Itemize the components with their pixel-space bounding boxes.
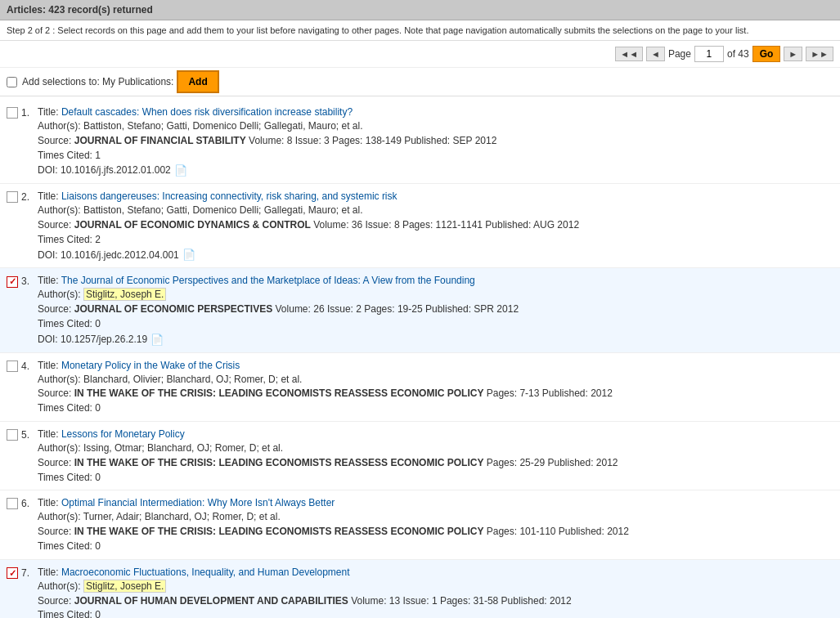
- select-page-checkbox[interactable]: [7, 77, 17, 87]
- record-number: 5.: [21, 429, 38, 441]
- record-doi-line: DOI: 10.1016/j.jedc.2012.04.001📄: [38, 249, 833, 263]
- record-checkbox[interactable]: [7, 107, 18, 119]
- record-checkbox[interactable]: [7, 498, 18, 509]
- record-doi-line: DOI: 10.1016/j.jfs.2012.01.002📄: [38, 163, 833, 178]
- record-title-link[interactable]: Liaisons dangereuses: Increasing connect…: [61, 190, 398, 202]
- record-title-line: Title: Optimal Financial Intermediation:…: [38, 497, 833, 508]
- record-number: 4.: [21, 360, 38, 372]
- record-checkbox[interactable]: ✓: [7, 276, 18, 288]
- prev-page-button[interactable]: ◄: [646, 47, 665, 61]
- record-source: Source: JOURNAL OF ECONOMIC DYNAMICS & C…: [38, 218, 833, 232]
- record-source: Source: JOURNAL OF HUMAN DEVELOPMENT AND…: [38, 594, 833, 608]
- header-title: Articles: 423 record(s) returned: [7, 4, 153, 16]
- record-title-line: Title: The Journal of Economic Perspecti…: [38, 275, 833, 286]
- add-button[interactable]: Add: [178, 72, 217, 92]
- fulltext-icon[interactable]: 📄: [174, 166, 186, 176]
- record-times-cited: Times Cited: 0: [38, 540, 833, 553]
- record-source: Source: JOURNAL OF ECONOMIC PERSPECTIVES…: [38, 302, 833, 316]
- record-title-link[interactable]: Macroeconomic Fluctuations, Inequality, …: [61, 566, 350, 578]
- record-times-cited: Times Cited: 0: [38, 317, 833, 331]
- records-list: 1.Title: Default cascades: When does ris…: [0, 96, 840, 618]
- header-bar: Articles: 423 record(s) returned: [0, 0, 840, 20]
- record-item: ✓7.Title: Macroeconomic Fluctuations, In…: [0, 560, 840, 618]
- step-info: Step 2 of 2 : Select records on this pag…: [0, 20, 840, 41]
- record-checkbox[interactable]: [7, 191, 18, 203]
- record-authors: Author(s): Blanchard, Olivier; Blanchard…: [38, 373, 833, 387]
- record-title-line: Title: Liaisons dangereuses: Increasing …: [38, 190, 833, 202]
- record-title-link[interactable]: Default cascades: When does risk diversi…: [61, 106, 353, 118]
- record-item: ✓3.Title: The Journal of Economic Perspe…: [0, 268, 840, 352]
- record-item: 6.Title: Optimal Financial Intermediatio…: [0, 490, 840, 559]
- fulltext-icon[interactable]: 📄: [150, 335, 162, 345]
- record-source: Source: JOURNAL OF FINANCIAL STABILITY V…: [38, 134, 833, 148]
- select-bar: Add selections to: My Publications: Add: [0, 68, 840, 96]
- page-label: Page: [668, 48, 691, 60]
- of-label: of 43: [727, 48, 749, 60]
- record-title-link[interactable]: The Journal of Economic Perspectives and…: [61, 275, 475, 286]
- add-selections-label: Add selections to: My Publications:: [22, 76, 173, 87]
- record-authors: Author(s): Stiglitz, Joseph E.: [38, 580, 833, 593]
- record-doi: DOI: 10.1016/j.jfs.2012.01.002: [38, 163, 171, 177]
- record-times-cited: Times Cited: 0: [38, 401, 833, 415]
- record-authors: Author(s): Battiston, Stefano; Gatti, Do…: [38, 204, 833, 217]
- record-doi-line: DOI: 10.1257/jep.26.2.19📄: [38, 333, 833, 347]
- record-title-line: Title: Lessons for Monetary Policy: [38, 428, 833, 440]
- record-times-cited: Times Cited: 0: [38, 608, 833, 618]
- last-page-button[interactable]: ►►: [806, 47, 833, 61]
- highlighted-author: Stiglitz, Joseph E.: [83, 288, 166, 301]
- record-title-line: Title: Default cascades: When does risk …: [38, 106, 833, 118]
- record-title-line: Title: Macroeconomic Fluctuations, Inequ…: [38, 566, 833, 578]
- go-button[interactable]: Go: [752, 46, 781, 62]
- record-source: Source: IN THE WAKE OF THE CRISIS: LEADI…: [38, 456, 833, 470]
- pagination-bar: ◄◄ ◄ Page of 43 Go ► ►►: [0, 41, 840, 68]
- record-doi: DOI: 10.1016/j.jedc.2012.04.001: [38, 249, 179, 262]
- record-times-cited: Times Cited: 2: [38, 233, 833, 247]
- highlighted-author: Stiglitz, Joseph E.: [83, 580, 166, 593]
- record-number: 7.: [21, 567, 38, 579]
- record-item: 5.Title: Lessons for Monetary PolicyAuth…: [0, 422, 840, 490]
- record-item: 1.Title: Default cascades: When does ris…: [0, 100, 840, 184]
- record-item: 4.Title: Monetary Policy in the Wake of …: [0, 353, 840, 422]
- record-source: Source: IN THE WAKE OF THE CRISIS: LEADI…: [38, 525, 833, 539]
- record-authors: Author(s): Turner, Adair; Blanchard, OJ;…: [38, 510, 833, 524]
- record-number: 2.: [21, 191, 38, 203]
- record-checkbox[interactable]: [7, 360, 18, 372]
- fulltext-icon[interactable]: 📄: [182, 250, 194, 260]
- record-times-cited: Times Cited: 0: [38, 471, 833, 485]
- record-number: 3.: [21, 275, 38, 287]
- first-page-button[interactable]: ◄◄: [615, 47, 643, 61]
- record-authors: Author(s): Stiglitz, Joseph E.: [38, 288, 833, 302]
- record-checkbox[interactable]: [7, 429, 18, 441]
- record-times-cited: Times Cited: 1: [38, 149, 833, 163]
- record-title-link[interactable]: Monetary Policy in the Wake of the Crisi…: [61, 360, 240, 371]
- record-number: 6.: [21, 498, 38, 509]
- record-authors: Author(s): Battiston, Stefano; Gatti, Do…: [38, 119, 833, 133]
- record-number: 1.: [21, 107, 38, 119]
- record-title-link[interactable]: Lessons for Monetary Policy: [61, 428, 185, 440]
- record-authors: Author(s): Issing, Otmar; Blanchard, OJ;…: [38, 441, 833, 455]
- record-title-link[interactable]: Optimal Financial Intermediation: Why Mo…: [61, 497, 335, 508]
- record-doi: DOI: 10.1257/jep.26.2.19: [38, 333, 147, 347]
- record-source: Source: IN THE WAKE OF THE CRISIS: LEADI…: [38, 387, 833, 401]
- next-page-button[interactable]: ►: [784, 47, 802, 61]
- record-item: 2.Title: Liaisons dangereuses: Increasin…: [0, 184, 840, 268]
- record-title-line: Title: Monetary Policy in the Wake of th…: [38, 360, 833, 371]
- record-checkbox[interactable]: ✓: [7, 567, 18, 579]
- page-input[interactable]: [694, 46, 724, 62]
